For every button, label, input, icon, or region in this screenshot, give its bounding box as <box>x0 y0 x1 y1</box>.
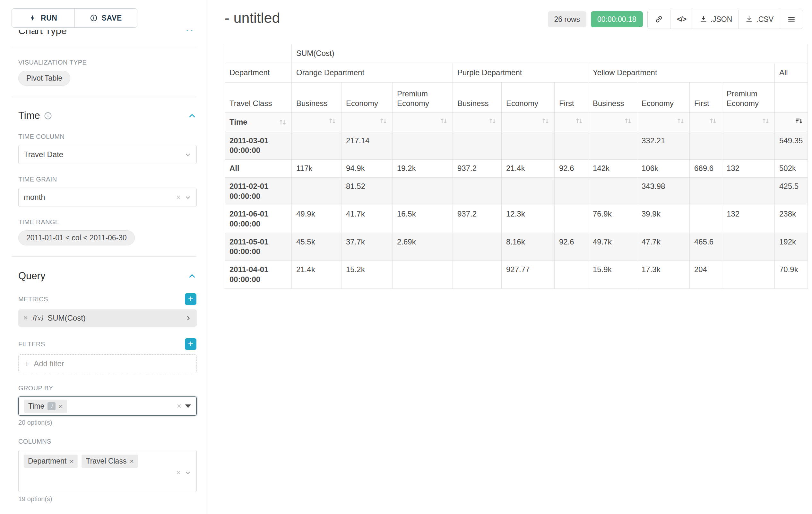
pivot-cell <box>393 261 453 289</box>
group-by-value-chip[interactable]: Time i × <box>24 400 67 413</box>
sort-control[interactable] <box>453 113 502 132</box>
clear-icon[interactable]: × <box>176 469 181 477</box>
sort-arrows-icon <box>624 117 632 125</box>
pivot-cell: 92.6 <box>555 160 588 178</box>
sort-control[interactable] <box>342 113 393 132</box>
chevron-up-icon[interactable] <box>188 111 196 120</box>
travel-class-header: Business <box>588 83 637 113</box>
time-sort-header[interactable]: Time <box>225 113 292 132</box>
embed-code-button[interactable]: </> <box>670 10 693 29</box>
sort-descending-icon <box>794 117 803 125</box>
pivot-cell: 39.9k <box>637 205 690 233</box>
sort-control[interactable] <box>393 113 453 132</box>
pivot-cell: 8.16k <box>502 233 555 261</box>
pivot-cell <box>722 132 775 159</box>
time-section-header[interactable]: Time <box>18 110 196 121</box>
save-label: SAVE <box>102 14 122 23</box>
add-filter-plus-button[interactable]: + <box>185 338 196 350</box>
export-json-button[interactable]: .JSON <box>693 10 739 29</box>
remove-metric-icon[interactable]: × <box>23 315 28 322</box>
time-grain-select[interactable]: month × <box>18 188 197 207</box>
time-section-heading: Time <box>18 110 40 121</box>
sort-arrows-icon <box>488 117 497 125</box>
travel-class-header: Economy <box>342 83 393 113</box>
group-by-select[interactable]: Time i × × <box>18 397 197 416</box>
sort-control[interactable] <box>637 113 690 132</box>
department-label-cell: Department <box>225 63 292 83</box>
query-section-header[interactable]: Query <box>18 270 196 282</box>
department-header: Purple Department <box>453 63 588 83</box>
columns-label-text: COLUMNS <box>18 438 51 445</box>
pivot-cell: 15.2k <box>342 261 393 289</box>
remove-icon[interactable]: × <box>130 458 134 464</box>
columns-select[interactable]: Department × Travel Class × × <box>18 450 197 492</box>
chart-type-section-header[interactable]: Chart Type <box>18 30 196 43</box>
csv-label: .CSV <box>756 15 774 24</box>
sort-control[interactable] <box>292 113 342 132</box>
pivot-cell: 21.4k <box>292 261 342 289</box>
travel-class-header: Premium Economy <box>722 83 775 113</box>
sort-control[interactable] <box>555 113 588 132</box>
pivot-row: 2011-03-01 00:00:00217.14332.21549.35 <box>225 132 808 159</box>
sort-control-active-desc[interactable] <box>775 113 808 132</box>
pivot-cell: 192k <box>775 233 808 261</box>
export-csv-button[interactable]: .CSV <box>738 10 780 29</box>
columns-value-chip[interactable]: Department × <box>24 455 78 468</box>
sort-arrows-icon <box>575 117 583 125</box>
columns-options-hint: 19 option(s) <box>18 495 196 503</box>
pivot-cell <box>722 261 775 289</box>
pivot-cell <box>555 177 588 205</box>
remove-icon[interactable]: × <box>59 403 63 410</box>
link-icon <box>655 15 663 23</box>
pivot-cell <box>690 132 722 159</box>
chevron-up-icon[interactable] <box>188 272 196 280</box>
metrics-label: METRICS + <box>18 293 196 305</box>
menu-button[interactable] <box>780 10 803 29</box>
sort-control[interactable] <box>502 113 555 132</box>
page-title: - untitled <box>225 10 280 26</box>
divider <box>11 47 196 47</box>
run-button[interactable]: RUN <box>12 9 75 27</box>
pivot-cell: 669.6 <box>690 160 722 178</box>
json-label: .JSON <box>710 15 732 24</box>
save-button[interactable]: SAVE <box>75 9 137 27</box>
time-range-pill[interactable]: 2011-01-01 ≤ col < 2011-06-30 <box>18 230 135 245</box>
department-header: Yellow Department <box>588 63 775 83</box>
clear-icon[interactable]: × <box>177 402 181 410</box>
add-filter-button[interactable]: + Add filter <box>18 354 197 373</box>
run-save-button-group: RUN SAVE <box>11 8 137 28</box>
group-by-label-text: GROUP BY <box>18 384 53 392</box>
travel-class-header: Premium Economy <box>393 83 453 113</box>
add-metric-button[interactable]: + <box>185 293 196 305</box>
pivot-cell: 81.52 <box>342 177 393 205</box>
corner-cell <box>225 44 292 63</box>
metric-header-cell: SUM(Cost) <box>292 44 808 63</box>
pivot-cell: 94.9k <box>342 160 393 178</box>
download-icon <box>700 16 707 23</box>
travel-class-header: Business <box>292 83 342 113</box>
pivot-cell <box>292 132 342 159</box>
sort-control[interactable] <box>722 113 775 132</box>
viz-type-pill[interactable]: Pivot Table <box>18 71 70 86</box>
viz-type-label-text: VISUALIZATION TYPE <box>18 59 87 66</box>
results-toolbar: 26 rows 00:00:00.18 </> <box>548 10 803 29</box>
metric-item[interactable]: × f(x) SUM(Cost) <box>18 309 197 327</box>
remove-icon[interactable]: × <box>70 458 74 464</box>
time-column-select[interactable]: Travel Date <box>18 145 197 164</box>
time-range-label-text: TIME RANGE <box>18 218 59 226</box>
clear-icon[interactable]: × <box>176 193 181 201</box>
pivot-cell <box>453 177 502 205</box>
travel-class-header: Business <box>453 83 502 113</box>
pivot-row: 2011-05-01 00:00:0045.5k37.7k2.69k8.16k9… <box>225 233 808 261</box>
pivot-cell <box>722 233 775 261</box>
pivot-cell: 17.3k <box>637 261 690 289</box>
sort-control[interactable] <box>588 113 637 132</box>
pivot-cell: 204 <box>690 261 722 289</box>
lightning-icon <box>29 14 37 22</box>
columns-value-chip[interactable]: Travel Class × <box>82 455 138 468</box>
copy-link-button[interactable] <box>647 10 670 29</box>
pivot-cell: 425.5 <box>775 177 808 205</box>
time-label: Time <box>230 117 248 127</box>
time-column-label-text: TIME COLUMN <box>18 133 64 140</box>
sort-control[interactable] <box>690 113 722 132</box>
